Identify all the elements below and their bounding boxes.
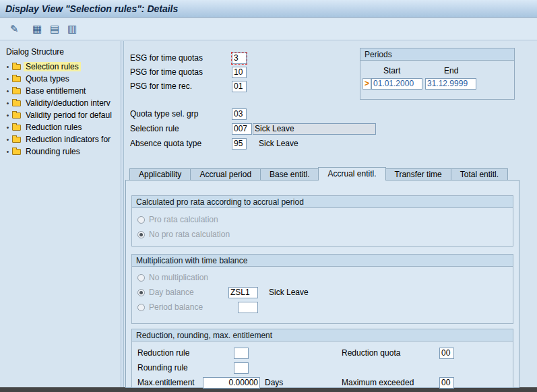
reduction-rule-label: Reduction rule [137, 348, 189, 359]
absence-quota-type-field[interactable]: 95 [232, 138, 247, 150]
reduction-quota-field[interactable]: 00 [439, 348, 454, 359]
tab-accrual-entitl[interactable]: Accrual entitl. [318, 167, 385, 181]
radio-label: No multiplication [149, 272, 208, 284]
absence-quota-type-text: Sick Leave [259, 138, 298, 150]
reduction-group-title: Reduction, rounding, max. entitlement [132, 329, 513, 341]
periods-title: Periods [360, 48, 514, 61]
esg-time-quotas-label: ESG for time quotas [130, 53, 203, 64]
tab-accrual-period[interactable]: Accrual period [190, 168, 261, 181]
psg-time-rec-field[interactable]: 01 [232, 81, 247, 92]
period-balance-field[interactable] [238, 302, 258, 313]
period-end-field[interactable]: 31.12.9999 [425, 78, 476, 90]
selection-rule-label: Selection rule [130, 123, 179, 135]
tab-transfer-time[interactable]: Transfer time [385, 168, 451, 181]
folder-icon [12, 112, 21, 119]
multiplication-group: Multiplication with time balance No mult… [131, 254, 513, 324]
start-label: Start [383, 65, 400, 77]
selection-rule-text-field: Sick Leave [253, 123, 376, 135]
maximum-exceeded-label: Maximum exceeded [342, 377, 414, 389]
radio-label: No pro rata calculation [149, 229, 230, 240]
pro-rata-calculation-option[interactable]: Pro rata calculation [137, 214, 218, 226]
radio-no-pro-rata-calculation[interactable] [137, 231, 145, 238]
max-entitlement-field[interactable]: 0.00000 [203, 377, 260, 389]
radio-label: Day balance [149, 287, 194, 298]
radio-no-multiplication[interactable] [137, 274, 145, 282]
tab-applicability[interactable]: Applicability [129, 168, 191, 181]
maximum-exceeded-field[interactable]: 00 [439, 377, 454, 389]
psg-time-quotas-field[interactable]: 10 [232, 67, 247, 78]
period-start-field[interactable]: 01.01.2000 [371, 78, 422, 90]
sidebar-item-selection-rules[interactable]: • Selection rules [4, 61, 120, 73]
bullet-icon: • [4, 99, 11, 107]
day-balance-desc: Sick Leave [269, 287, 309, 298]
bullet-icon: • [4, 123, 11, 131]
bullet-icon: • [4, 63, 11, 71]
sap-window: Display View "Selection rules": Details … [0, 0, 537, 392]
reduction-quota-label: Reduction quota [342, 348, 400, 359]
day-balance-field[interactable]: ZSL1 [228, 287, 258, 298]
sidebar-item-label: Quota types [24, 74, 71, 84]
sidebar-item-reduction-rules[interactable]: • Reduction rules [4, 121, 120, 133]
sidebar-item-label: Validity period for defaul [24, 110, 114, 120]
dialog-structure-title: Dialog Structure [6, 47, 64, 57]
bullet-icon: • [4, 111, 11, 119]
table-edit-icon[interactable]: ▦ [30, 22, 44, 36]
folder-icon [12, 100, 21, 106]
psg-time-quotas-label: PSG for time quotas [130, 67, 203, 78]
panel-splitter[interactable] [121, 41, 124, 387]
tab-base-entitl[interactable]: Base entitl. [260, 168, 319, 181]
bullet-icon: • [4, 148, 11, 156]
radio-day-balance[interactable] [137, 289, 145, 296]
sidebar-item-validity-period[interactable]: • Validity period for defaul [4, 109, 120, 121]
application-toolbar: ✎ ▦ ▤ ▥ [0, 18, 537, 40]
row-cursor-icon[interactable]: > [362, 78, 371, 90]
sidebar-item-label: Selection rules [24, 62, 81, 71]
no-multiplication-option[interactable]: No multiplication [137, 272, 208, 284]
periods-group: Periods Start End > 01.01.2000 31.12.999… [360, 48, 515, 100]
folder-icon [12, 125, 21, 131]
sidebar-item-label: Validity/deduction interv [24, 98, 113, 108]
display-change-icon[interactable]: ✎ [7, 22, 22, 36]
tab-total-entitl[interactable]: Total entitl. [451, 168, 508, 181]
folder-icon [12, 137, 21, 143]
absence-quota-type-label: Absence quota type [130, 138, 201, 150]
bullet-icon: • [4, 75, 11, 83]
end-label: End [444, 65, 458, 77]
accrual-entitl-tab-panel: Calculated pro rata according to accrual… [125, 180, 519, 388]
pro-rata-group: Calculated pro rata according to accrual… [131, 195, 513, 247]
selection-rule-field[interactable]: 007 [232, 123, 252, 135]
sidebar-item-quota-types[interactable]: • Quota types [4, 73, 120, 85]
no-pro-rata-calculation-option[interactable]: No pro rata calculation [137, 229, 230, 240]
folder-icon [12, 64, 21, 70]
sidebar-item-label: Base entitlement [24, 86, 88, 96]
folder-icon [12, 149, 21, 155]
day-balance-option[interactable]: Day balance [137, 287, 194, 298]
radio-pro-rata-calculation[interactable] [137, 216, 145, 224]
page-title: Display View "Selection rules": Details [0, 0, 537, 18]
folder-icon [12, 88, 21, 94]
table-view-icon[interactable]: ▤ [47, 22, 62, 36]
sidebar-item-label: Rounding rules [24, 147, 82, 156]
sidebar-item-validity-deduction[interactable]: • Validity/deduction interv [4, 97, 120, 109]
rounding-rule-field[interactable] [234, 362, 249, 374]
radio-label: Pro rata calculation [149, 214, 218, 226]
bullet-icon: • [4, 87, 11, 95]
reduction-rule-field[interactable] [234, 348, 249, 359]
radio-label: Period balance [149, 302, 203, 313]
folder-icon [12, 76, 21, 82]
sidebar-item-base-entitlement[interactable]: • Base entitlement [4, 85, 120, 97]
table-list-icon[interactable]: ▥ [65, 22, 80, 36]
period-balance-option[interactable]: Period balance [137, 302, 203, 313]
sidebar-item-rounding-rules[interactable]: • Rounding rules [4, 145, 120, 158]
radio-period-balance[interactable] [137, 304, 145, 311]
pro-rata-group-title: Calculated pro rata according to accrual… [132, 196, 513, 208]
sidebar-item-reduction-indicators[interactable]: • Reduction indicators for [4, 133, 120, 145]
tab-strip: Applicability Accrual period Base entitl… [129, 168, 507, 181]
sidebar-item-label: Reduction indicators for [24, 135, 113, 144]
quota-type-sel-grp-field[interactable]: 03 [232, 108, 247, 120]
quota-type-sel-grp-label: Quota type sel. grp [130, 108, 198, 120]
esg-time-quotas-field[interactable]: 3 [232, 53, 247, 64]
max-entitlement-label: Max.entitlement [137, 377, 195, 389]
reduction-group: Reduction, rounding, max. entitlement Re… [131, 329, 513, 388]
psg-time-rec-label: PSG for time rec. [130, 81, 192, 92]
